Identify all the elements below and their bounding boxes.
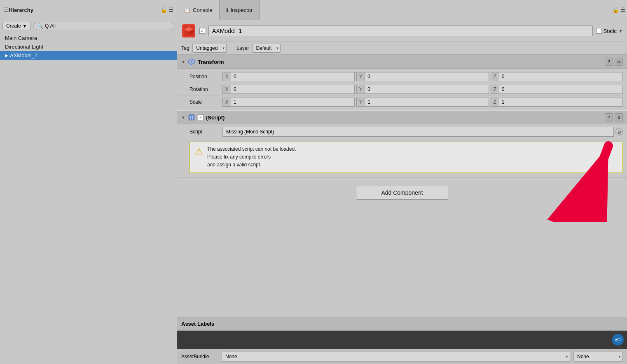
inspector-header-right: 🔒 ☰ bbox=[612, 7, 627, 13]
inspector-lock-icon[interactable]: 🔒 bbox=[612, 7, 619, 13]
scale-xyz-group: X Y Z bbox=[222, 98, 623, 107]
hierarchy-toolbar: Create ▼ 🔍 bbox=[0, 20, 177, 32]
tag-label: Tag bbox=[181, 45, 189, 51]
rotation-y-input[interactable] bbox=[365, 85, 488, 93]
asset-bundle-row: AssetBundle None None bbox=[177, 349, 627, 364]
position-label: Position bbox=[190, 74, 222, 79]
asset-bundle-select-wrapper2: None bbox=[573, 352, 623, 362]
hierarchy-title: Hierarchy bbox=[9, 7, 33, 13]
rotation-y-label: Y bbox=[357, 85, 365, 93]
warning-line2: Please fix any compile errors bbox=[207, 153, 296, 161]
hierarchy-item-axmodel1[interactable]: ▶ AXModel_1 bbox=[0, 51, 177, 60]
main-camera-label: Main Camera bbox=[5, 35, 37, 41]
scale-z-input[interactable] bbox=[499, 98, 622, 106]
position-y-label: Y bbox=[357, 72, 365, 81]
script-settings-button[interactable]: ⚙ bbox=[615, 113, 623, 121]
main-content: Create ▼ 🔍 Main Camera Directional Light… bbox=[0, 20, 627, 364]
tab-console[interactable]: 📋 Console bbox=[177, 0, 220, 20]
position-z-label: Z bbox=[491, 72, 499, 81]
create-dropdown-arrow: ▼ bbox=[22, 23, 27, 29]
hierarchy-items: Main Camera Directional Light ▶ AXModel_… bbox=[0, 32, 177, 61]
transform-title: Transform bbox=[198, 59, 224, 65]
asset-labels-header: Asset Labels bbox=[177, 317, 627, 331]
script-header-icons: ? ⚙ bbox=[605, 113, 623, 121]
static-dropdown-arrow[interactable]: ▼ bbox=[618, 28, 623, 33]
position-y-pair: Y bbox=[356, 72, 489, 81]
script-component: ▼ {} (Script) ? ⚙ Script bbox=[177, 110, 627, 177]
lock-icon[interactable]: 🔒 bbox=[160, 7, 167, 13]
object-enabled-checkbox[interactable] bbox=[199, 28, 205, 34]
position-z-input[interactable] bbox=[499, 72, 622, 81]
hierarchy-item-main-camera[interactable]: Main Camera bbox=[0, 34, 177, 42]
rotation-x-pair: X bbox=[222, 85, 355, 94]
asset-tag-icon-button[interactable]: 🏷 bbox=[612, 334, 624, 345]
tag-select[interactable]: Untagged bbox=[192, 44, 227, 53]
warning-line3: and assign a valid script. bbox=[207, 161, 296, 169]
scale-z-pair: Z bbox=[491, 98, 623, 107]
transform-collapse-arrow[interactable]: ▼ bbox=[181, 60, 185, 64]
add-component-button[interactable]: Add Component bbox=[356, 186, 448, 200]
hamburger-icon: ☰ bbox=[3, 7, 9, 13]
unity-cube-icon bbox=[181, 23, 196, 38]
script-icon: {} bbox=[188, 114, 195, 121]
layer-select[interactable]: Default bbox=[252, 44, 281, 53]
script-enabled-checkbox[interactable] bbox=[198, 114, 204, 120]
asset-bundle-select1[interactable]: None bbox=[222, 352, 570, 362]
script-field-label: Script bbox=[190, 129, 222, 135]
rotation-z-input[interactable] bbox=[499, 85, 622, 93]
asset-bundle-select2[interactable]: None bbox=[573, 352, 623, 362]
warning-icon: ⚠ bbox=[195, 146, 203, 157]
hierarchy-header-icons: 🔒 ☰ bbox=[160, 7, 173, 13]
transform-help-button[interactable]: ? bbox=[605, 58, 613, 66]
position-x-input[interactable] bbox=[231, 72, 354, 81]
position-row: Position X Y Z bbox=[177, 70, 627, 83]
top-bar: ☰ Hierarchy 🔒 ☰ 📋 Console ℹ Inspector 🔒 … bbox=[0, 0, 627, 20]
scale-row: Scale X Y Z bbox=[177, 96, 627, 108]
tab-inspector[interactable]: ℹ Inspector bbox=[220, 0, 260, 20]
scale-y-input[interactable] bbox=[365, 98, 488, 106]
svg-point-7 bbox=[191, 61, 192, 63]
create-button[interactable]: Create ▼ bbox=[2, 22, 31, 30]
layer-label: Layer bbox=[236, 45, 249, 51]
transform-rows: Position X Y Z bbox=[177, 69, 627, 110]
transform-header: ▼ Transform ? ⚙ bbox=[177, 55, 627, 69]
rotation-row: Rotation X Y Z bbox=[177, 83, 627, 96]
object-name-field[interactable] bbox=[208, 26, 593, 36]
asset-bundle-label: AssetBundle bbox=[181, 354, 218, 359]
warning-line1: The associated script can not be loaded. bbox=[207, 145, 296, 153]
transform-settings-button[interactable]: ⚙ bbox=[615, 58, 623, 66]
script-collapse-arrow[interactable]: ▼ bbox=[181, 115, 185, 120]
position-y-input[interactable] bbox=[365, 72, 488, 81]
scale-y-label: Y bbox=[357, 98, 365, 106]
rotation-x-input[interactable] bbox=[231, 85, 354, 93]
asset-labels-content: 🏷 bbox=[177, 331, 627, 349]
static-checkbox[interactable] bbox=[596, 28, 602, 34]
search-box: 🔍 bbox=[33, 22, 174, 30]
script-help-button[interactable]: ? bbox=[605, 113, 613, 121]
hierarchy-panel: Create ▼ 🔍 Main Camera Directional Light… bbox=[0, 20, 177, 364]
inspector-panel: Static ▼ Tag Untagged Layer Default bbox=[177, 20, 627, 364]
script-circle-button[interactable]: ◎ bbox=[615, 128, 623, 135]
static-label: Static bbox=[604, 28, 617, 34]
hierarchy-panel-header: ☰ Hierarchy 🔒 ☰ bbox=[0, 0, 177, 20]
hierarchy-menu-icon[interactable]: ☰ bbox=[169, 7, 173, 13]
inspector-tabs: 📋 Console ℹ Inspector 🔒 ☰ bbox=[177, 0, 627, 20]
rotation-xyz-group: X Y Z bbox=[222, 85, 623, 94]
search-input[interactable] bbox=[45, 23, 171, 29]
transform-icon bbox=[188, 58, 195, 65]
transform-header-icons: ? ⚙ bbox=[605, 58, 623, 66]
inspector-menu-icon[interactable]: ☰ bbox=[621, 7, 625, 13]
scale-x-input[interactable] bbox=[231, 98, 354, 106]
rotation-z-label: Z bbox=[491, 85, 499, 93]
asset-bundle-select-wrapper1: None bbox=[222, 352, 570, 362]
scale-x-pair: X bbox=[222, 98, 355, 107]
create-label: Create bbox=[6, 23, 21, 29]
rotation-x-label: X bbox=[223, 85, 231, 93]
script-header: ▼ {} (Script) ? ⚙ bbox=[177, 110, 627, 124]
rotation-z-pair: Z bbox=[491, 85, 623, 94]
search-icon: 🔍 bbox=[37, 23, 43, 29]
rotation-y-pair: Y bbox=[356, 85, 489, 94]
inspector-container: Static ▼ Tag Untagged Layer Default bbox=[177, 20, 627, 364]
add-component-area: Add Component bbox=[177, 177, 627, 208]
hierarchy-item-directional-light[interactable]: Directional Light bbox=[0, 42, 177, 51]
